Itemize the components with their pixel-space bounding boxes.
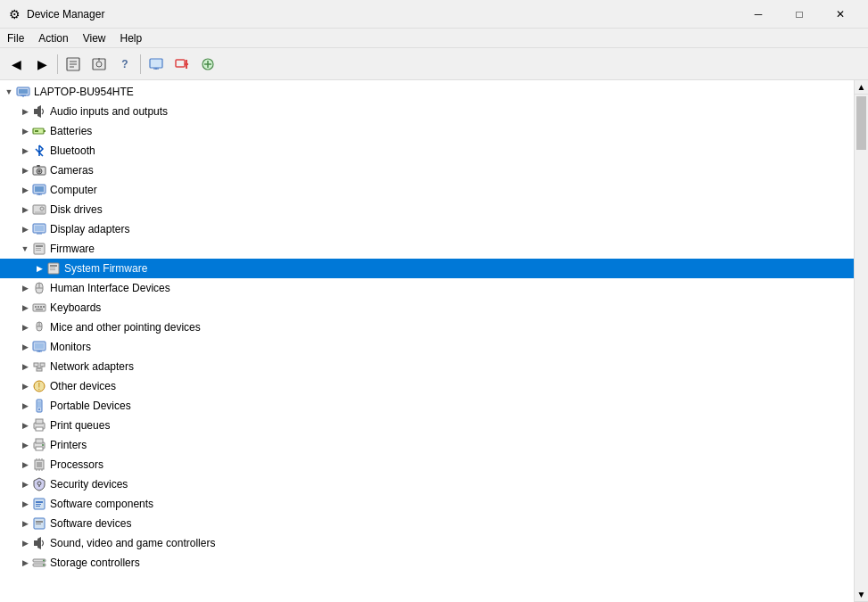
forward-button[interactable]: ▶ (29, 52, 54, 77)
svg-rect-36 (35, 226, 44, 231)
tree-item-printers[interactable]: ▶Printers (0, 435, 854, 455)
tree-item-keyboards[interactable]: ▶Keyboards (0, 298, 854, 317)
scrollbar[interactable]: ▲ ▼ (854, 80, 868, 602)
toggle-audio[interactable]: ▶ (18, 104, 32, 119)
icon-hid (32, 281, 46, 295)
toggle-network-adapters[interactable]: ▶ (18, 359, 32, 374)
icon-monitors (32, 340, 46, 354)
back-button[interactable]: ◀ (4, 52, 29, 77)
svg-rect-64 (37, 368, 42, 371)
toggle-software-components[interactable]: ▶ (18, 497, 32, 511)
tree-item-sound-video[interactable]: ▶Sound, video and game controllers (0, 533, 854, 553)
close-button[interactable]: ✕ (820, 0, 861, 29)
icon-print-queues (32, 418, 46, 433)
icon-cameras (32, 163, 46, 177)
maximize-button[interactable]: □ (779, 0, 820, 29)
action-button[interactable] (195, 52, 220, 77)
svg-rect-23 (35, 130, 38, 132)
toggle-batteries[interactable]: ▶ (18, 124, 32, 138)
tree-item-processors[interactable]: ▶Processors (0, 455, 854, 474)
label-mice: Mice and other pointing devices (50, 321, 201, 334)
scroll-up-arrow[interactable]: ▲ (855, 80, 868, 95)
tree-item-network-adapters[interactable]: ▶Network adapters (0, 357, 854, 376)
scan-changes-button[interactable] (169, 52, 194, 77)
toggle-sound-video[interactable]: ▶ (18, 536, 32, 550)
svg-rect-73 (36, 419, 43, 424)
svg-rect-43 (50, 265, 57, 267)
tree-item-firmware[interactable]: ▼Firmware (0, 239, 854, 259)
toggle-system-firmware[interactable]: ▶ (32, 261, 46, 276)
toggle-cameras[interactable]: ▶ (18, 163, 32, 177)
scroll-track[interactable] (855, 95, 868, 588)
label-system-firmware: System Firmware (64, 262, 147, 275)
toggle-mice[interactable]: ▶ (18, 320, 32, 334)
tree-item-audio[interactable]: ▶Audio inputs and outputs (0, 102, 854, 121)
tree-item-bluetooth[interactable]: ▶Bluetooth (0, 141, 854, 161)
svg-rect-20 (34, 109, 37, 114)
menu-action[interactable]: Action (31, 29, 75, 48)
monitor-button[interactable] (144, 52, 169, 77)
menu-help[interactable]: Help (113, 29, 150, 48)
minimize-button[interactable]: ─ (738, 0, 779, 29)
icon-printers (32, 438, 46, 452)
svg-rect-94 (36, 521, 43, 523)
root-toggle-icon[interactable]: ▼ (2, 85, 16, 99)
icon-sound-video (32, 536, 46, 550)
scroll-thumb[interactable] (856, 96, 866, 150)
help-button[interactable]: ? (112, 52, 137, 77)
device-tree[interactable]: ▼ LAPTOP-BU954HTE ▶Audio inputs and outp… (0, 80, 854, 602)
toggle-disk-drives[interactable]: ▶ (18, 202, 32, 217)
tree-item-security-devices[interactable]: ▶Security devices (0, 474, 854, 494)
update-driver-button[interactable] (87, 52, 112, 77)
toggle-storage-controllers[interactable]: ▶ (18, 556, 32, 570)
toggle-processors[interactable]: ▶ (18, 458, 32, 472)
toggle-computer[interactable]: ▶ (18, 183, 32, 197)
menu-file[interactable]: File (0, 29, 31, 48)
tree-item-print-queues[interactable]: ▶Print queues (0, 416, 854, 435)
toggle-security-devices[interactable]: ▶ (18, 477, 32, 491)
tree-item-software-components[interactable]: ▶Software components (0, 494, 854, 514)
tree-item-portable-devices[interactable]: ▶Portable Devices (0, 396, 854, 416)
label-firmware: Firmware (50, 243, 95, 255)
tree-item-system-firmware[interactable]: ▶System Firmware (0, 259, 854, 278)
tree-item-computer[interactable]: ▶Computer (0, 180, 854, 200)
window-controls: ─ □ ✕ (738, 0, 861, 29)
svg-rect-54 (36, 309, 43, 310)
icon-software-components (32, 497, 46, 511)
icon-keyboards (32, 301, 46, 315)
menu-view[interactable]: View (76, 29, 113, 48)
tree-item-mice[interactable]: ▶Mice and other pointing devices (0, 317, 854, 337)
tree-item-hid[interactable]: ▶Human Interface Devices (0, 278, 854, 298)
tree-root[interactable]: ▼ LAPTOP-BU954HTE (0, 82, 854, 102)
toggle-firmware[interactable]: ▼ (18, 242, 32, 256)
toggle-portable-devices[interactable]: ▶ (18, 399, 32, 413)
root-label: LAPTOP-BU954HTE (34, 86, 134, 98)
toggle-keyboards[interactable]: ▶ (18, 301, 32, 315)
icon-firmware (32, 242, 46, 256)
toggle-other-devices[interactable]: ▶ (18, 379, 32, 393)
toggle-print-queues[interactable]: ▶ (18, 418, 32, 433)
tree-item-batteries[interactable]: ▶Batteries (0, 121, 854, 141)
properties-button[interactable] (61, 52, 86, 77)
svg-rect-17 (19, 89, 28, 94)
toggle-monitors[interactable]: ▶ (18, 340, 32, 354)
tree-item-monitors[interactable]: ▶Monitors (0, 337, 854, 357)
toggle-software-devices[interactable]: ▶ (18, 516, 32, 531)
toggle-bluetooth[interactable]: ▶ (18, 144, 32, 158)
tree-item-disk-drives[interactable]: ▶Disk drives (0, 200, 854, 219)
label-batteries: Batteries (50, 125, 92, 137)
tree-item-storage-controllers[interactable]: ▶Storage controllers (0, 553, 854, 573)
toggle-display-adapters[interactable]: ▶ (18, 222, 32, 236)
svg-rect-76 (36, 439, 43, 443)
label-keyboards: Keyboards (50, 301, 101, 314)
icon-processors (32, 458, 46, 472)
tree-item-other-devices[interactable]: ▶!Other devices (0, 376, 854, 396)
label-cameras: Cameras (50, 164, 94, 177)
icon-network-adapters (32, 359, 46, 374)
scroll-down-arrow[interactable]: ▼ (855, 588, 868, 602)
tree-item-cameras[interactable]: ▶Cameras (0, 161, 854, 180)
toggle-hid[interactable]: ▶ (18, 281, 32, 295)
tree-item-software-devices[interactable]: ▶Software devices (0, 514, 854, 533)
tree-item-display-adapters[interactable]: ▶Display adapters (0, 219, 854, 239)
toggle-printers[interactable]: ▶ (18, 438, 32, 452)
